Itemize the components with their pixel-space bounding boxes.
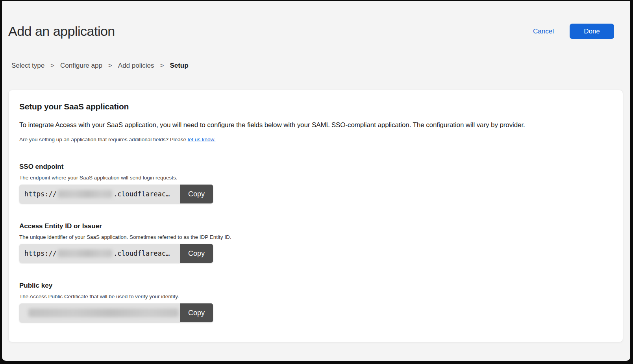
page-background: Add an application Cancel Done Select ty… [2,1,630,361]
public-key-row: Copy [19,303,213,322]
window-frame: Add an application Cancel Done Select ty… [0,0,633,364]
access-entity-id-label: Access Entity ID or Issuer [19,222,611,230]
url-suffix: .cloudflareac… [113,249,170,257]
let-us-know-link[interactable]: let us know. [188,137,216,142]
note-text: Are you setting up an application that r… [19,137,188,142]
copy-button-access-entity-id[interactable]: Copy [180,244,213,263]
copy-button-public-key[interactable]: Copy [180,303,213,322]
public-key-value [19,303,180,322]
copy-button-sso-endpoint[interactable]: Copy [180,185,213,203]
field-public-key: Public key The Access Public Certificate… [19,282,611,322]
breadcrumb-step-add-policies[interactable]: Add policies [118,62,154,70]
done-button[interactable]: Done [570,24,614,39]
access-entity-id-description: The unique identifier of your SaaS appli… [19,234,611,240]
page-header: Add an application Cancel Done [8,24,614,39]
url-prefix: https:// [24,249,57,257]
breadcrumb-step-setup: Setup [170,62,188,70]
sso-endpoint-row: https:// .cloudflareac… Copy [19,185,213,203]
breadcrumb: Select type > Configure app > Add polici… [11,62,630,70]
page-title: Add an application [8,24,115,39]
sso-endpoint-value: https:// .cloudflareac… [19,185,180,203]
sso-endpoint-label: SSO endpoint [19,163,611,171]
url-suffix: .cloudflareac… [113,190,170,198]
setup-card: Setup your SaaS application To integrate… [8,90,623,342]
public-key-description: The Access Public Certificate that will … [19,294,611,299]
field-access-entity-id: Access Entity ID or Issuer The unique id… [19,222,611,263]
public-key-label: Public key [19,282,611,290]
access-entity-id-value: https:// .cloudflareac… [19,244,180,263]
breadcrumb-separator: > [160,62,164,70]
redacted-value-blur [28,309,179,317]
field-sso-endpoint: SSO endpoint The endpoint where your Saa… [19,163,611,203]
breadcrumb-separator: > [108,62,112,70]
card-heading: Setup your SaaS application [19,102,611,111]
url-prefix: https:// [24,190,57,198]
redacted-value-blur [58,190,112,198]
breadcrumb-separator: > [50,62,54,70]
cancel-button[interactable]: Cancel [533,28,554,35]
access-entity-id-row: https:// .cloudflareac… Copy [19,244,213,263]
breadcrumb-step-configure-app[interactable]: Configure app [60,62,102,70]
header-actions: Cancel Done [533,24,614,39]
breadcrumb-step-select-type[interactable]: Select type [11,62,44,70]
card-description: To integrate Access with your SaaS appli… [19,121,611,129]
redacted-value-blur [58,249,112,257]
sso-endpoint-description: The endpoint where your SaaS application… [19,175,611,181]
additional-fields-note: Are you setting up an application that r… [19,137,611,142]
